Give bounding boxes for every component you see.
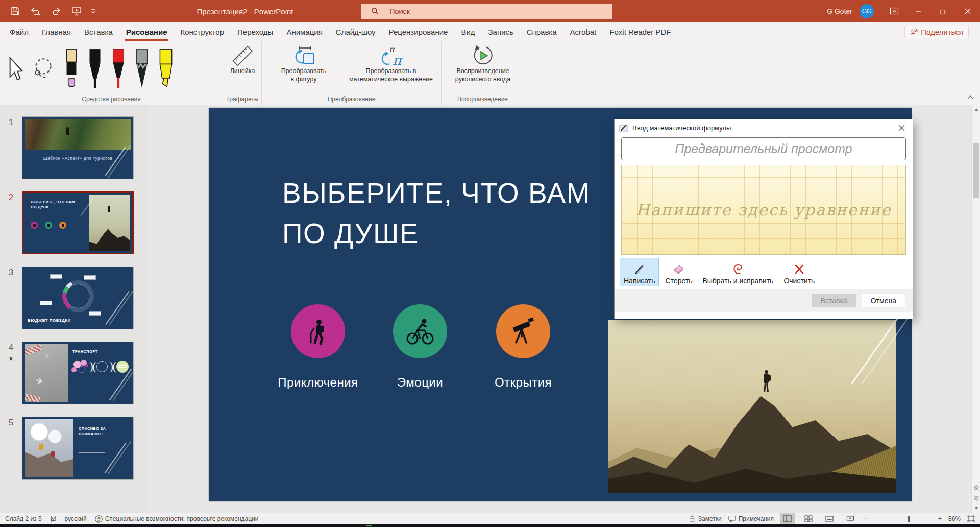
- slide-sorter-view-button[interactable]: [801, 513, 816, 524]
- tab-draw[interactable]: Рисование: [119, 22, 174, 41]
- dialog-close-button[interactable]: [890, 119, 913, 136]
- accessibility-checker[interactable]: Специальные возможности: проверьте реком…: [95, 515, 259, 523]
- normal-view-button[interactable]: [780, 513, 795, 524]
- tab-record[interactable]: Запись: [482, 22, 520, 41]
- cancel-button[interactable]: Отмена: [862, 294, 905, 307]
- gray-pencil-tool[interactable]: [134, 48, 150, 90]
- convert-to-shape-button[interactable]: Преобразоватьв фигуру: [266, 44, 341, 83]
- share-button[interactable]: Поделиться: [904, 26, 969, 38]
- reading-view-button[interactable]: [822, 513, 837, 524]
- tab-insert[interactable]: Вставка: [78, 22, 119, 41]
- tab-review[interactable]: Рецензирование: [382, 22, 455, 41]
- ink-replay-button[interactable]: Воспроизведениерукописного ввода: [446, 44, 520, 83]
- scroll-down-button[interactable]: [972, 504, 980, 513]
- tab-view[interactable]: Вид: [454, 22, 481, 41]
- slideshow-view-button[interactable]: [843, 513, 857, 524]
- vertical-scrollbar[interactable]: [971, 105, 980, 513]
- zoom-out-button[interactable]: −: [864, 515, 868, 522]
- collapse-ribbon-button[interactable]: [967, 92, 974, 102]
- slide-photo[interactable]: [608, 320, 896, 493]
- search-placeholder: Поиск: [389, 7, 410, 15]
- discoveries-circle[interactable]: [496, 304, 550, 358]
- tab-slideshow[interactable]: Слайд-шоу: [329, 22, 382, 41]
- user-name[interactable]: G Goter: [827, 7, 852, 15]
- scrollbar-thumb[interactable]: [973, 143, 979, 198]
- tab-acrobat[interactable]: Acrobat: [564, 22, 603, 41]
- slide-counter[interactable]: Слайд 2 из 5: [5, 515, 42, 522]
- ink-writing-area[interactable]: Напишите здесь уравнение: [621, 165, 906, 255]
- slideshow-icon: [71, 6, 82, 16]
- minimize-button[interactable]: [906, 0, 931, 22]
- workspace: 1 Шаблон «Аспект» для туристов 2 ВЫБЕРИТ…: [0, 105, 980, 513]
- avatar[interactable]: GG: [860, 4, 874, 18]
- emotions-circle[interactable]: [393, 304, 447, 358]
- zoom-level[interactable]: 86%: [948, 515, 961, 522]
- adventure-circle[interactable]: [291, 304, 345, 358]
- zoom-slider[interactable]: [874, 514, 932, 524]
- erase-tool-button[interactable]: Стереть: [662, 258, 696, 286]
- tab-transitions[interactable]: Переходы: [231, 22, 280, 41]
- slideshow-view-icon: [846, 515, 854, 523]
- select-cursor-tool[interactable]: [5, 57, 23, 81]
- slide-number-2: 2: [0, 191, 22, 254]
- customize-qat-button[interactable]: [87, 0, 100, 22]
- close-icon: [965, 8, 971, 14]
- tab-file[interactable]: Файл: [3, 22, 35, 41]
- next-slide-button[interactable]: [972, 493, 980, 502]
- share-label: Поделиться: [921, 28, 963, 36]
- search-input[interactable]: Поиск: [361, 4, 612, 19]
- eraser-pen-tool[interactable]: [63, 48, 80, 90]
- slide-thumb-3[interactable]: БЮДЖЕТ ПОЕЗДКИ: [22, 267, 134, 329]
- ribbon-group-drawing-tools: Средства рисования: [0, 41, 223, 105]
- notes-button[interactable]: Заметки: [689, 515, 722, 522]
- slide-thumb-4[interactable]: ✈ ✈ ТРАНСПОРТ )( ): [22, 342, 134, 404]
- start-slideshow-button[interactable]: [66, 0, 87, 22]
- close-button[interactable]: [955, 0, 980, 22]
- ribbon-display-options-button[interactable]: [882, 0, 906, 22]
- ink-replay-label-2: рукописного ввода: [455, 76, 510, 83]
- write-tool-button[interactable]: Написать: [620, 258, 658, 286]
- search-icon: [371, 7, 379, 15]
- tab-help[interactable]: Справка: [520, 22, 564, 41]
- previous-slide-button[interactable]: [972, 483, 980, 492]
- convert-to-math-button[interactable]: ππ Преобразовать вматематическое выражен…: [344, 44, 438, 83]
- zoom-in-button[interactable]: +: [938, 515, 942, 522]
- slide-thumb-1[interactable]: Шаблон «Аспект» для туристов: [22, 116, 134, 179]
- zoom-slider-handle[interactable]: [908, 516, 910, 522]
- ruler-button[interactable]: Линейка: [227, 44, 258, 75]
- clear-tool-button[interactable]: Очистить: [780, 258, 818, 286]
- scroll-up-button[interactable]: [972, 105, 980, 114]
- undo-button[interactable]: [26, 0, 46, 22]
- tab-animations[interactable]: Анимация: [280, 22, 329, 41]
- chevron-up-icon: [967, 94, 974, 100]
- redo-button[interactable]: [46, 0, 66, 22]
- dialog-header[interactable]: Ввод математической формулы: [615, 119, 913, 136]
- spell-check-button[interactable]: [50, 515, 57, 523]
- lasso-select-tool[interactable]: [31, 57, 56, 81]
- math-input-dialog: Ввод математической формулы Предваритель…: [614, 119, 913, 319]
- slide-thumb-5[interactable]: СПАСИБО ЗАВНИМАНИЕ!: [22, 417, 134, 480]
- comments-button[interactable]: Примечания: [728, 515, 774, 522]
- yellow-highlighter-tool[interactable]: [157, 48, 175, 90]
- tab-design[interactable]: Конструктор: [174, 22, 231, 41]
- thumb4-diagram: )( )(: [71, 360, 129, 374]
- select-and-correct-tool-button[interactable]: Выбрать и исправить: [699, 258, 777, 286]
- thumb2-photo: [89, 195, 130, 251]
- emotions-label[interactable]: Эмоции: [364, 375, 476, 390]
- adventure-label[interactable]: Приключения: [262, 375, 374, 390]
- red-pen-tool[interactable]: [110, 48, 127, 90]
- ribbon-display-icon: [890, 7, 899, 15]
- fit-to-window-button[interactable]: [967, 515, 975, 522]
- animation-star-icon: ★: [0, 355, 22, 362]
- slide-thumb-2-selected[interactable]: ВЫБЕРИТЕ, ЧТО ВАМПО ДУШЕ Приключения Эмо…: [22, 191, 134, 254]
- language-indicator[interactable]: русский: [65, 515, 87, 522]
- black-pen-tool[interactable]: [87, 48, 103, 90]
- tab-foxit[interactable]: Foxit Reader PDF: [603, 22, 677, 41]
- tab-home[interactable]: Главная: [35, 22, 78, 41]
- save-button[interactable]: [5, 0, 26, 22]
- discoveries-label[interactable]: Открытия: [467, 375, 579, 390]
- restore-button[interactable]: [931, 0, 955, 22]
- insert-button[interactable]: Вставка: [812, 294, 856, 307]
- slide-title[interactable]: ВЫБЕРИТЕ, ЧТО ВАМ ПО ДУШЕ: [282, 173, 591, 254]
- quick-access-toolbar: [0, 0, 100, 22]
